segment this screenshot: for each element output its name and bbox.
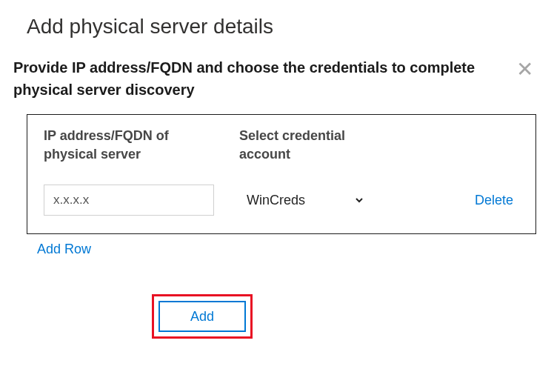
add-button[interactable]: Add — [158, 301, 246, 332]
credential-cell: WinCreds — [232, 185, 380, 215]
add-row-link[interactable]: Add Row — [37, 242, 91, 257]
page-description: Provide IP address/FQDN and choose the c… — [0, 56, 554, 101]
table-row: WinCreds Delete — [44, 185, 519, 216]
delete-link[interactable]: Delete — [475, 193, 519, 208]
column-header-ip: IP address/FQDN of physical server — [44, 127, 221, 164]
server-table: IP address/FQDN of physical server Selec… — [27, 114, 536, 234]
ip-fqdn-input[interactable] — [44, 185, 214, 216]
close-icon[interactable]: ✕ — [516, 59, 533, 80]
column-header-credential: Select credential account — [239, 127, 387, 164]
credential-select[interactable]: WinCreds — [232, 185, 365, 215]
table-header-row: IP address/FQDN of physical server Selec… — [44, 127, 519, 164]
page-title: Add physical server details — [0, 15, 554, 39]
add-button-highlight: Add — [152, 294, 253, 339]
